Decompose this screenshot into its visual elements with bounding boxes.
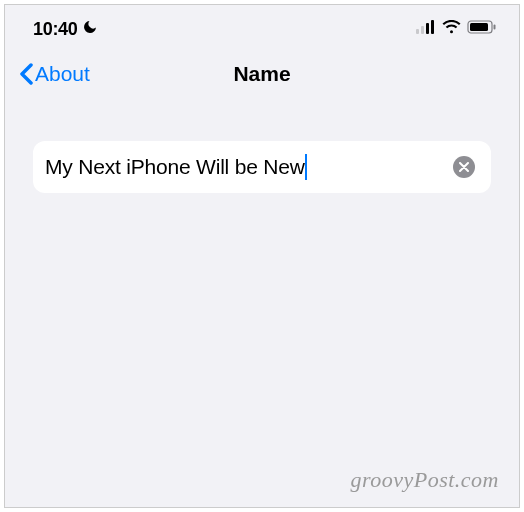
status-left: 10:40 xyxy=(33,19,98,40)
phone-screen: 10:40 xyxy=(4,4,520,508)
svg-rect-3 xyxy=(431,20,434,34)
name-input-wrap: My Next iPhone Will be New xyxy=(45,155,445,179)
svg-rect-6 xyxy=(494,25,496,30)
status-time: 10:40 xyxy=(33,19,78,40)
text-cursor xyxy=(305,154,307,180)
watermark: groovyPost.com xyxy=(350,467,499,493)
page-title: Name xyxy=(233,62,290,86)
clear-button[interactable] xyxy=(453,156,475,178)
back-button[interactable]: About xyxy=(17,61,90,87)
back-label: About xyxy=(35,62,90,86)
signal-icon xyxy=(416,20,436,38)
nav-bar: About Name xyxy=(5,47,519,105)
chevron-left-icon xyxy=(17,61,35,87)
svg-rect-1 xyxy=(421,26,424,34)
moon-icon xyxy=(82,19,98,39)
svg-rect-2 xyxy=(426,23,429,34)
svg-rect-0 xyxy=(416,29,419,34)
device-name-input[interactable] xyxy=(45,155,445,179)
status-right xyxy=(416,20,497,38)
content: My Next iPhone Will be New xyxy=(5,105,519,193)
clear-icon xyxy=(459,158,469,176)
svg-rect-5 xyxy=(470,23,488,31)
wifi-icon xyxy=(442,20,461,38)
status-bar: 10:40 xyxy=(5,5,519,47)
name-input-row: My Next iPhone Will be New xyxy=(33,141,491,193)
battery-icon xyxy=(467,20,497,38)
